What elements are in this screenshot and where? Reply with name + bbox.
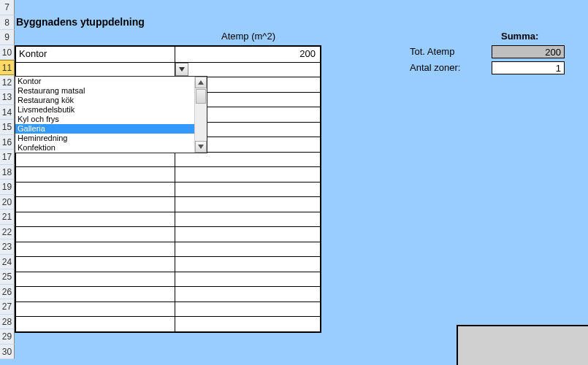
dropdown-option[interactable]: Heminredning	[15, 134, 207, 143]
chevron-down-icon	[179, 67, 185, 72]
zone-type-cell[interactable]	[16, 167, 175, 182]
zone-area-cell[interactable]	[175, 153, 320, 167]
row-header-11[interactable]: 11	[0, 60, 15, 75]
table-row	[16, 286, 320, 301]
dropdown-option[interactable]: Konfektion	[15, 143, 207, 153]
zone-type-cell[interactable]	[16, 182, 175, 197]
dropdown-option[interactable]: Kontor	[15, 77, 207, 86]
zone-area-cell[interactable]	[175, 302, 320, 317]
triangle-up-icon	[198, 80, 204, 85]
section-title: Byggnadens ytuppdelning	[16, 16, 145, 28]
dropdown-option[interactable]: Galleria	[15, 124, 207, 134]
row-header-14[interactable]: 14	[0, 105, 15, 120]
zone-area-cell[interactable]	[175, 257, 320, 272]
row-header-9[interactable]: 9	[0, 30, 15, 45]
zone-type-cell[interactable]: Kontor	[16, 47, 175, 62]
row-header-16[interactable]: 16	[0, 135, 15, 150]
dropdown-option[interactable]: Restaurang kök	[15, 96, 207, 105]
table-row	[16, 242, 320, 257]
tot-atemp-label: Tot. Atemp	[410, 46, 454, 57]
zone-type-cell[interactable]	[16, 153, 175, 167]
zone-area-cell[interactable]	[175, 197, 320, 212]
zone-type-cell[interactable]	[16, 317, 175, 331]
zone-area-cell[interactable]	[175, 287, 320, 301]
zone-type-cell[interactable]	[16, 287, 175, 301]
zone-area-cell[interactable]	[175, 212, 320, 227]
zone-area-cell[interactable]	[175, 272, 320, 287]
scroll-thumb[interactable]	[196, 89, 206, 104]
zone-type-cell[interactable]	[16, 302, 175, 317]
table-row	[16, 212, 320, 227]
row-header-19[interactable]: 19	[0, 180, 15, 195]
row-header-26[interactable]: 26	[0, 285, 15, 300]
table-row	[16, 301, 320, 317]
dropdown-toggle[interactable]	[175, 63, 188, 76]
row-header-10[interactable]: 10	[0, 45, 15, 61]
tot-atemp-value: 200	[492, 45, 565, 58]
row-header-29[interactable]: 29	[0, 329, 15, 345]
table-row	[16, 152, 320, 167]
table-row	[16, 226, 320, 242]
row-header-15[interactable]: 15	[0, 120, 15, 135]
zone-type-cell[interactable]	[16, 63, 175, 77]
table-row	[16, 316, 320, 331]
row-headers: 7891011121314151617181920212223242526272…	[0, 0, 15, 359]
dropdown-option[interactable]: Livsmedelsbutik	[15, 105, 207, 115]
row-header-30[interactable]: 30	[0, 345, 15, 360]
row-header-12[interactable]: 12	[0, 75, 15, 91]
row-header-7[interactable]: 7	[0, 0, 15, 15]
row-header-23[interactable]: 23	[0, 239, 15, 255]
row-header-24[interactable]: 24	[0, 255, 15, 270]
row-header-8[interactable]: 8	[0, 15, 15, 31]
zone-area-cell[interactable]	[175, 182, 320, 197]
zone-area-cell[interactable]	[175, 242, 320, 257]
bottom-gray-box	[457, 325, 588, 365]
zone-type-cell[interactable]	[16, 257, 175, 272]
column-header-atemp: Atemp (m^2)	[175, 31, 321, 42]
summa-label: Summa:	[501, 31, 538, 42]
zone-area-cell[interactable]	[175, 317, 320, 331]
zone-area-cell[interactable]: 200	[175, 47, 320, 62]
scroll-up-button[interactable]	[195, 77, 207, 88]
spreadsheet-view: 7891011121314151617181920212223242526272…	[0, 0, 588, 365]
table-row	[16, 272, 320, 287]
dropdown-list[interactable]: KontorRestaurang matsalRestaurang kökLiv…	[15, 76, 207, 153]
row-header-21[interactable]: 21	[0, 210, 15, 225]
row-header-28[interactable]: 28	[0, 315, 15, 330]
zone-type-cell[interactable]	[16, 272, 175, 287]
row-header-22[interactable]: 22	[0, 225, 15, 240]
dropdown-option[interactable]: Kyl och frys	[15, 115, 207, 124]
table-row	[16, 166, 320, 182]
row-header-18[interactable]: 18	[0, 165, 15, 180]
row-header-27[interactable]: 27	[0, 299, 15, 315]
zone-type-cell[interactable]	[16, 242, 175, 257]
zone-area-cell[interactable]	[175, 227, 320, 242]
table-row	[16, 62, 320, 77]
table-row: Kontor200	[16, 47, 320, 62]
scroll-down-button[interactable]	[195, 141, 207, 153]
row-header-17[interactable]: 17	[0, 150, 15, 165]
table-row	[16, 196, 320, 212]
antal-zoner-label: Antal zoner:	[410, 62, 460, 73]
table-row	[16, 182, 320, 197]
zone-type-cell[interactable]	[16, 197, 175, 212]
antal-zoner-value: 1	[492, 61, 565, 74]
zone-type-cell[interactable]	[16, 227, 175, 242]
triangle-down-icon	[198, 145, 204, 149]
zone-area-cell[interactable]	[175, 167, 320, 182]
grid-area: Byggnadens ytuppdelning Atemp (m^2) Summ…	[15, 0, 588, 365]
row-header-13[interactable]: 13	[0, 90, 15, 105]
row-header-20[interactable]: 20	[0, 195, 15, 210]
dropdown-option[interactable]: Restaurang matsal	[15, 86, 207, 96]
zone-type-cell[interactable]	[16, 212, 175, 227]
row-header-25[interactable]: 25	[0, 269, 15, 285]
table-row	[16, 256, 320, 272]
zone-area-cell[interactable]	[175, 63, 320, 77]
dropdown-scrollbar[interactable]	[194, 77, 207, 153]
